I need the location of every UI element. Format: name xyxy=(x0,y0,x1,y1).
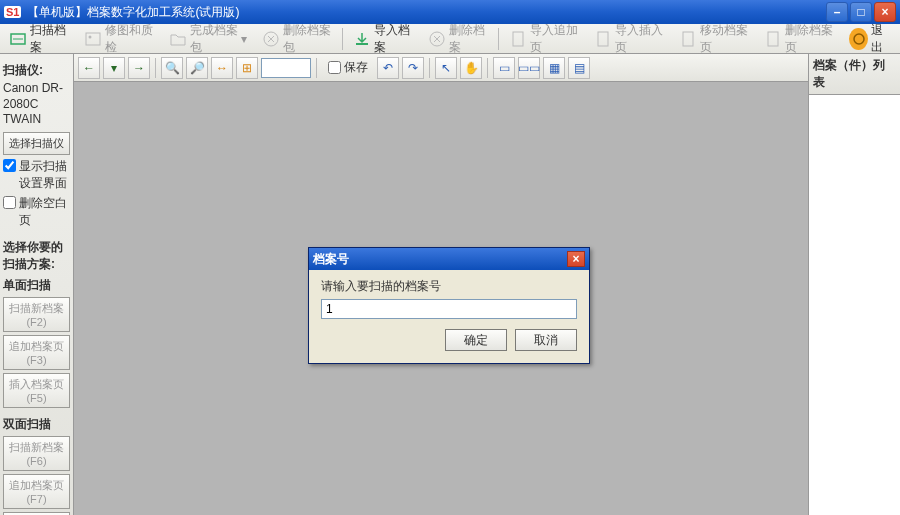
undo-button[interactable]: ↶ xyxy=(377,57,399,79)
svg-rect-7 xyxy=(598,32,608,46)
delete-package-button[interactable]: 删除档案包 xyxy=(255,19,339,59)
ok-button[interactable]: 确定 xyxy=(445,329,507,351)
import-file-button[interactable]: 导入档案 xyxy=(346,19,420,59)
svg-rect-4 xyxy=(356,43,368,45)
toolbar-separator xyxy=(155,58,156,78)
fit-page-button[interactable]: ⊞ xyxy=(236,57,258,79)
select-scanner-button[interactable]: 选择扫描仪 xyxy=(3,132,70,155)
nav-forward-button[interactable]: → xyxy=(128,57,150,79)
pointer-button[interactable]: ↖ xyxy=(435,57,457,79)
view-single-button[interactable]: ▭ xyxy=(493,57,515,79)
dialog-prompt: 请输入要扫描的档案号 xyxy=(321,278,577,295)
toolbar-label: 删除档案页 xyxy=(785,22,834,56)
import-insert-button[interactable]: 导入插入页 xyxy=(587,19,671,59)
svg-point-2 xyxy=(88,35,91,38)
double-side-heading: 双面扫描 xyxy=(3,416,70,433)
import-icon xyxy=(353,30,371,48)
dropdown-icon: ▾ xyxy=(241,32,247,46)
view-list-button[interactable]: ▤ xyxy=(568,57,590,79)
toolbar-separator xyxy=(316,58,317,78)
fit-page-icon: ⊞ xyxy=(242,61,252,75)
archive-number-input[interactable] xyxy=(321,299,577,319)
append-f7-button[interactable]: 追加档案页(F7) xyxy=(3,474,70,509)
dialog-button-row: 确定 取消 xyxy=(321,329,577,351)
scan-new-f2-button[interactable]: 扫描新档案(F2) xyxy=(3,297,70,332)
zoom-out-button[interactable]: 🔎 xyxy=(186,57,208,79)
save-checkbox[interactable] xyxy=(328,61,341,74)
checkbox-label: 显示扫描设置界面 xyxy=(19,158,70,192)
toolbar-label: 删除档案 xyxy=(449,22,488,56)
svg-rect-1 xyxy=(86,33,100,45)
exit-button[interactable]: 退出 xyxy=(843,20,897,58)
zoom-in-button[interactable]: 🔍 xyxy=(161,57,183,79)
move-page-button[interactable]: 移动档案页 xyxy=(672,19,756,59)
scanner-name: Canon DR-2080C TWAIN xyxy=(3,81,70,128)
toolbar-separator xyxy=(487,58,488,78)
nav-back-button[interactable]: ← xyxy=(78,57,100,79)
retouch-qc-button[interactable]: 修图和质检 xyxy=(77,19,161,59)
dialog-title: 档案号 xyxy=(313,251,349,268)
page-icon xyxy=(509,30,527,48)
pointer-icon: ↖ xyxy=(441,61,451,75)
delete-blank-checkbox[interactable]: 删除空白页 xyxy=(3,195,70,229)
redo-button[interactable]: ↷ xyxy=(402,57,424,79)
delete-blank-input[interactable] xyxy=(3,196,16,209)
toolbar-label: 导入档案 xyxy=(374,22,413,56)
toolbar-label: 扫描档案 xyxy=(30,22,69,56)
toolbar-label: 导入追加页 xyxy=(530,22,579,56)
zoom-value-input[interactable] xyxy=(261,58,311,78)
right-panel: 档案（件）列表 xyxy=(808,54,900,515)
delete-icon xyxy=(428,30,446,48)
arrow-right-icon: → xyxy=(133,61,145,75)
app-badge: S1 xyxy=(4,6,21,18)
arrow-left-icon: ← xyxy=(83,61,95,75)
dialog-close-button[interactable]: × xyxy=(567,251,585,267)
single-page-icon: ▭ xyxy=(499,61,510,75)
left-panel: 扫描仪: Canon DR-2080C TWAIN 选择扫描仪 显示扫描设置界面… xyxy=(0,54,74,515)
chevron-down-icon: ▾ xyxy=(111,61,117,75)
zoom-in-icon: 🔍 xyxy=(165,61,180,75)
dialog-titlebar[interactable]: 档案号 × xyxy=(309,248,589,270)
hand-icon: ✋ xyxy=(464,61,479,75)
toolbar-label: 修图和质检 xyxy=(105,22,154,56)
delete-page-button[interactable]: 删除档案页 xyxy=(757,19,841,59)
list-icon: ▤ xyxy=(574,61,585,75)
scan-new-f6-button[interactable]: 扫描新档案(F6) xyxy=(3,436,70,471)
dialog-body: 请输入要扫描的档案号 确定 取消 xyxy=(309,270,589,363)
append-f3-button[interactable]: 追加档案页(F3) xyxy=(3,335,70,370)
scanner-heading: 扫描仪: xyxy=(3,62,70,79)
toolbar-label: 删除档案包 xyxy=(283,22,332,56)
insert-f5-button[interactable]: 插入档案页(F5) xyxy=(3,373,70,408)
hand-button[interactable]: ✋ xyxy=(460,57,482,79)
show-scan-ui-checkbox[interactable]: 显示扫描设置界面 xyxy=(3,158,70,192)
show-scan-ui-input[interactable] xyxy=(3,159,16,172)
single-side-heading: 单面扫描 xyxy=(3,277,70,294)
delete-file-button[interactable]: 删除档案 xyxy=(421,19,495,59)
save-checkbox-group[interactable]: 保存 xyxy=(322,59,374,76)
cancel-button[interactable]: 取消 xyxy=(515,329,577,351)
view-two-button[interactable]: ▭▭ xyxy=(518,57,540,79)
finish-package-button[interactable]: 完成档案包 ▾ xyxy=(162,19,254,59)
toolbar-separator xyxy=(342,28,343,50)
page-icon xyxy=(679,30,697,48)
scan-file-button[interactable]: 扫描档案 xyxy=(2,19,76,59)
svg-rect-6 xyxy=(513,32,523,46)
toolbar-label: 退出 xyxy=(871,22,892,56)
sub-toolbar: ← ▾ → 🔍 🔎 ↔ ⊞ 保存 ↶ ↷ ↖ ✋ ▭ ▭▭ ▦ ▤ xyxy=(74,54,808,82)
zoom-out-icon: 🔎 xyxy=(190,61,205,75)
scanner-icon xyxy=(9,30,27,48)
folder-icon xyxy=(169,30,187,48)
fit-width-icon: ↔ xyxy=(216,61,228,75)
choose-plan-heading: 选择你要的扫描方案: xyxy=(3,239,70,273)
svg-rect-8 xyxy=(683,32,693,46)
redo-icon: ↷ xyxy=(408,61,418,75)
import-append-button[interactable]: 导入追加页 xyxy=(502,19,586,59)
fit-width-button[interactable]: ↔ xyxy=(211,57,233,79)
nav-dropdown-button[interactable]: ▾ xyxy=(103,57,125,79)
page-icon xyxy=(594,30,612,48)
toolbar-label: 移动档案页 xyxy=(700,22,749,56)
view-grid-button[interactable]: ▦ xyxy=(543,57,565,79)
toolbar-separator xyxy=(498,28,499,50)
undo-icon: ↶ xyxy=(383,61,393,75)
toolbar-label: 完成档案包 xyxy=(190,22,238,56)
